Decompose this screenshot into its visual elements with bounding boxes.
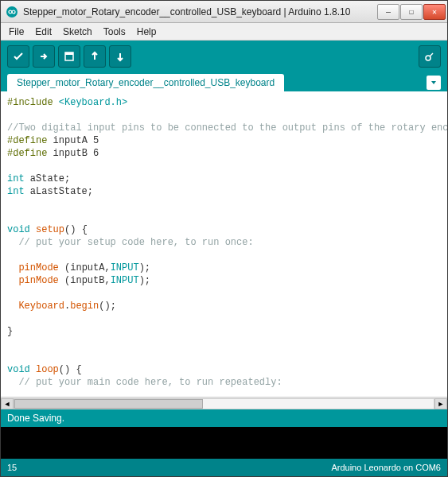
- code-token: }: [7, 326, 13, 337]
- code-token: (inputB,: [59, 275, 111, 286]
- scroll-thumb[interactable]: [14, 399, 203, 409]
- bottom-status-bar: 15 Arduino Leonardo on COM6: [1, 459, 447, 476]
- code-token: (inputA,: [59, 262, 111, 273]
- arduino-icon: [6, 6, 18, 18]
- code-token: INPUT: [111, 262, 139, 273]
- code-editor[interactable]: #include <Keyboard.h> //Two digital inpu…: [1, 91, 447, 397]
- code-token: () {: [59, 364, 82, 375]
- code-token: INPUT: [111, 275, 139, 286]
- app-window: Stepper_motor_Rotary_encoder__controlled…: [0, 0, 448, 477]
- code-token: <Keyboard.h>: [59, 97, 127, 108]
- code-comment: //Two digital input pins to be connected…: [7, 122, 447, 134]
- code-token: pinMode: [18, 262, 58, 273]
- code-token: int: [7, 173, 25, 184]
- code-token: #define: [7, 135, 47, 146]
- open-button[interactable]: [84, 45, 106, 68]
- verify-button[interactable]: [7, 45, 29, 68]
- window-title: Stepper_motor_Rotary_encoder__controlled…: [23, 6, 377, 17]
- code-token: );: [139, 275, 150, 286]
- code-token: aState;: [25, 173, 71, 184]
- toolbar: [1, 41, 447, 72]
- menu-tools[interactable]: Tools: [99, 25, 131, 39]
- maximize-button[interactable]: ☐: [400, 4, 423, 20]
- code-token: #define: [7, 148, 47, 159]
- code-token: Keyboard: [18, 301, 64, 312]
- svg-rect-2: [65, 52, 73, 55]
- code-token: [30, 364, 36, 375]
- close-button[interactable]: ✕: [423, 4, 446, 20]
- code-token: begin: [70, 301, 99, 312]
- menu-help[interactable]: Help: [132, 25, 162, 39]
- scroll-left-button[interactable]: ◄: [1, 398, 14, 409]
- serial-monitor-button[interactable]: [419, 45, 441, 68]
- upload-button[interactable]: [33, 45, 55, 68]
- horizontal-scrollbar[interactable]: ◄ ►: [1, 397, 447, 409]
- code-token: setup: [36, 224, 64, 235]
- code-token: aLastState;: [25, 186, 93, 197]
- code-token: [7, 301, 18, 312]
- tab-sketch[interactable]: Stepper_motor_Rotary_encoder__controlled…: [7, 74, 284, 91]
- tab-menu-button[interactable]: [427, 76, 441, 90]
- tabstrip: Stepper_motor_Rotary_encoder__controlled…: [1, 72, 447, 91]
- code-token: void: [7, 224, 30, 235]
- line-number: 15: [7, 463, 17, 472]
- menu-file[interactable]: File: [4, 25, 29, 39]
- code-comment: // put your setup code here, to run once…: [7, 237, 254, 248]
- scroll-right-button[interactable]: ►: [434, 398, 447, 409]
- titlebar: Stepper_motor_Rotary_encoder__controlled…: [1, 1, 447, 23]
- menu-edit[interactable]: Edit: [30, 25, 56, 39]
- code-token: ();: [99, 301, 116, 312]
- menu-sketch[interactable]: Sketch: [58, 25, 97, 39]
- window-controls: — ☐ ✕: [377, 4, 446, 20]
- code-token: [7, 275, 18, 286]
- code-token: );: [139, 262, 150, 273]
- board-info: Arduino Leonardo on COM6: [331, 463, 441, 472]
- code-token: [7, 262, 18, 273]
- editor-area: #include <Keyboard.h> //Two digital inpu…: [1, 91, 447, 409]
- status-bar: Done Saving.: [1, 409, 447, 427]
- status-message: Done Saving.: [7, 413, 64, 424]
- code-token: inputB 6: [47, 148, 99, 159]
- code-token: inputA 5: [47, 135, 99, 146]
- console-output[interactable]: [1, 427, 447, 459]
- code-token: [30, 224, 36, 235]
- code-token: () {: [64, 224, 88, 235]
- menubar: File Edit Sketch Tools Help: [1, 23, 447, 41]
- minimize-button[interactable]: —: [377, 4, 399, 20]
- code-token: #include: [7, 97, 59, 108]
- code-token: pinMode: [18, 275, 58, 286]
- code-token: loop: [36, 364, 59, 375]
- new-button[interactable]: [58, 45, 80, 68]
- code-comment: // put your main code here, to run repea…: [7, 377, 282, 388]
- scroll-track[interactable]: [14, 398, 434, 409]
- code-token: void: [7, 364, 30, 375]
- code-token: int: [7, 186, 25, 197]
- save-button[interactable]: [109, 45, 131, 68]
